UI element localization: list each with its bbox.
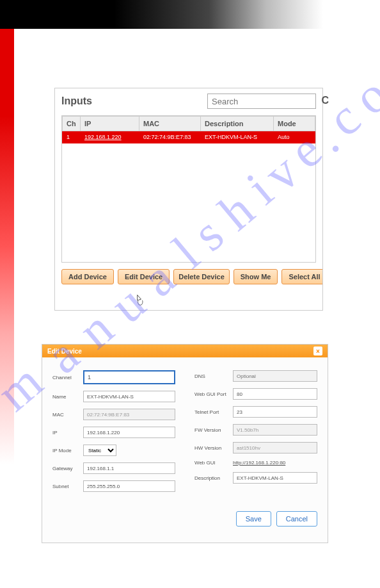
col-mode[interactable]: Mode	[274, 117, 315, 131]
cell-mac: 02:72:74:9B:E7:83	[139, 131, 201, 143]
cancel-button[interactable]: Cancel	[276, 511, 317, 527]
gateway-input[interactable]	[83, 462, 175, 474]
select-all-button[interactable]: Select All	[281, 269, 323, 284]
dns-input[interactable]	[233, 370, 317, 382]
col-mac[interactable]: MAC	[139, 117, 201, 131]
cell-ch: 1	[63, 131, 81, 143]
delete-device-button[interactable]: Delete Device	[173, 269, 230, 284]
webport-label: Web GUI Port	[194, 391, 233, 397]
name-label: Name	[52, 394, 83, 400]
cell-mode: Auto	[274, 131, 315, 143]
add-device-button[interactable]: Add Device	[61, 269, 114, 284]
edit-device-button[interactable]: Edit Device	[118, 269, 170, 284]
ip-link[interactable]: 192.168.1.220	[84, 134, 122, 140]
subnet-input[interactable]	[83, 480, 175, 492]
desc-label: Description	[194, 475, 233, 481]
subnet-label: Subnet	[52, 484, 83, 489]
ipmode-select[interactable]: Static	[83, 445, 116, 456]
desc-input[interactable]	[233, 472, 317, 484]
dns-label: DNS	[194, 373, 233, 379]
edit-titlebar: Edit Device ×	[42, 345, 328, 357]
close-icon[interactable]: ×	[313, 347, 322, 355]
edit-device-panel: Edit Device × Channel Name MAC IP IP Mod…	[42, 344, 328, 543]
ip-label: IP	[52, 430, 83, 436]
show-me-button[interactable]: Show Me	[234, 269, 278, 284]
hw-label: HW Version	[194, 445, 233, 451]
webport-input[interactable]	[233, 388, 317, 400]
inputs-table: Ch IP MAC Description Mode 1 192.168.1.2…	[62, 116, 315, 143]
col-ch[interactable]: Ch	[63, 117, 81, 131]
side-banner	[0, 29, 14, 464]
ipmode-label: IP Mode	[52, 448, 83, 453]
channel-label: Channel	[52, 375, 83, 380]
hw-input	[233, 442, 317, 453]
search-input[interactable]	[207, 94, 316, 109]
mac-label: MAC	[52, 412, 83, 418]
gateway-label: Gateway	[52, 466, 83, 471]
inputs-title: Inputs	[61, 95, 92, 107]
telnet-label: Telnet Port	[194, 409, 233, 415]
col-desc[interactable]: Description	[201, 117, 274, 131]
channel-input[interactable]	[83, 370, 175, 384]
inputs-table-wrap: Ch IP MAC Description Mode 1 192.168.1.2…	[61, 115, 316, 263]
telnet-input[interactable]	[233, 406, 317, 418]
col-ip[interactable]: IP	[81, 117, 139, 131]
name-input[interactable]	[83, 391, 175, 402]
save-button[interactable]: Save	[236, 511, 271, 527]
fw-label: FW Version	[194, 427, 233, 433]
table-row[interactable]: 1 192.168.1.220 02:72:74:9B:E7:83 EXT-HD…	[63, 131, 315, 143]
webgui-label: Web GUI	[194, 460, 233, 466]
edit-title: Edit Device	[47, 348, 82, 355]
cell-ip: 192.168.1.220	[81, 131, 139, 143]
top-banner	[0, 0, 380, 29]
webgui-link[interactable]: http://192.168.1.220:80	[233, 460, 285, 466]
mac-input	[83, 409, 175, 420]
cell-desc: EXT-HDKVM-LAN-S	[201, 131, 274, 143]
cutoff-text: C	[321, 95, 329, 106]
inputs-panel: Inputs Ch IP MAC Description Mode 1 192.…	[54, 88, 323, 311]
fw-input	[233, 424, 317, 436]
cursor-pointer-icon	[133, 293, 146, 306]
ip-input[interactable]	[83, 427, 175, 438]
